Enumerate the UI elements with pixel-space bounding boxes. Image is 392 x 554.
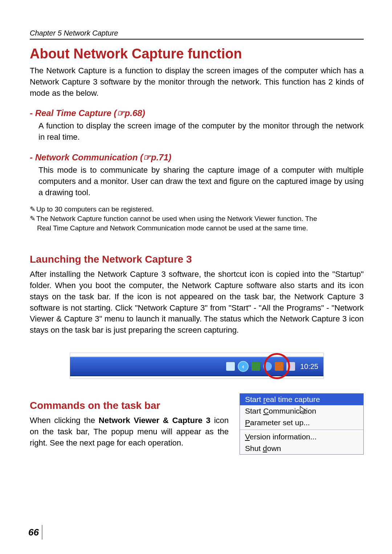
cursor-icon bbox=[300, 406, 307, 415]
menu-version-info[interactable]: Version information... bbox=[240, 431, 363, 443]
note-2a-text: The Network Capture function cannot be u… bbox=[36, 215, 317, 222]
menu-text: own bbox=[267, 444, 281, 452]
note-1-text: Up to 30 computers can be registered. bbox=[36, 205, 154, 213]
commands-body-pre: When clicking the bbox=[30, 416, 99, 425]
menu-text: Start bbox=[245, 395, 263, 403]
menu-accel: d bbox=[263, 444, 267, 452]
menu-text: Shut bbox=[245, 444, 263, 452]
menu-text: Start bbox=[245, 407, 263, 415]
tray-keyboard-icon bbox=[226, 362, 235, 371]
launch-title: Launching the Network Capture 3 bbox=[30, 254, 364, 265]
menu-text: ommunication bbox=[269, 407, 316, 415]
commands-body: When clicking the Network Viewer & Captu… bbox=[30, 415, 229, 448]
note-2-line1: ✎The Network Capture function cannot be … bbox=[30, 214, 364, 223]
note-2-line2: Real Time Capture and Network Communicat… bbox=[37, 223, 364, 233]
menu-shut-down[interactable]: Shut down bbox=[240, 443, 363, 454]
taskbar-clock: 10:25 bbox=[298, 362, 318, 371]
menu-separator bbox=[240, 430, 363, 430]
page-number: 66 bbox=[28, 525, 42, 539]
commands-title: Commands on the task bar bbox=[30, 400, 229, 411]
commands-body-bold: Network Viewer & Capture 3 bbox=[99, 416, 211, 425]
highlight-circle bbox=[264, 353, 290, 379]
tray-expand-icon: ‹ bbox=[238, 361, 249, 372]
menu-text: eal time capture bbox=[266, 395, 320, 403]
menu-accel: P bbox=[245, 418, 250, 427]
pencil-icon: ✎ bbox=[30, 214, 36, 223]
menu-start-realtime[interactable]: Start real time capture bbox=[240, 394, 363, 405]
intro-paragraph: The Network Capture is a function to dis… bbox=[30, 65, 364, 99]
context-menu: Start real time capture Start Communicat… bbox=[240, 393, 364, 455]
page-title: About Network Capture function bbox=[30, 46, 364, 62]
chapter-header: Chapter 5 Network Capture bbox=[30, 29, 364, 40]
taskbar-figure: ‹ 10:25 bbox=[70, 353, 324, 379]
launch-body: After installing the Network Capture 3 s… bbox=[30, 269, 364, 336]
mode-nc-body: This mode is to communicate by sharing t… bbox=[38, 165, 364, 198]
menu-accel: V bbox=[245, 432, 250, 441]
tray-app-icon bbox=[252, 362, 260, 371]
mode-nc-title: - Network Communication (☞p.71) bbox=[30, 152, 364, 163]
mode-rtc-body: A function to display the screen image o… bbox=[38, 120, 364, 143]
mode-rtc-title: - Real Time Capture (☞p.68) bbox=[30, 108, 364, 118]
menu-parameter-setup[interactable]: Parameter set up... bbox=[240, 417, 363, 428]
menu-start-communication[interactable]: Start Communication bbox=[240, 405, 363, 417]
note-1: ✎Up to 30 computers can be registered. bbox=[30, 205, 364, 214]
menu-text: arameter set up... bbox=[250, 418, 310, 427]
pencil-icon: ✎ bbox=[30, 205, 36, 214]
menu-accel: C bbox=[263, 407, 269, 415]
menu-text: ersion information... bbox=[250, 432, 317, 441]
